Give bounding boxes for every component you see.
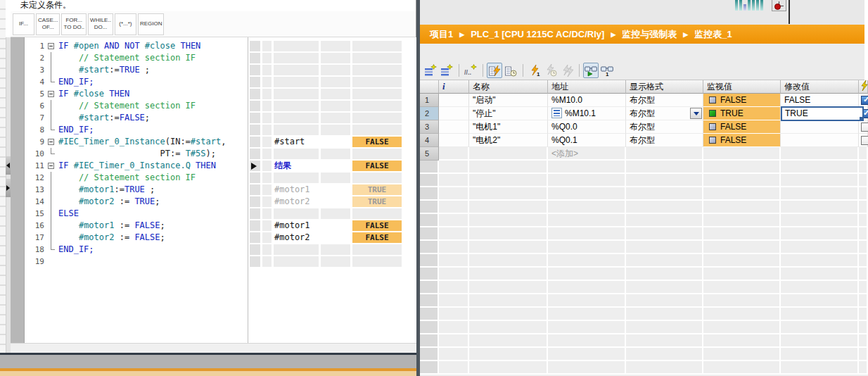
cell-display-format[interactable]: 布尔型 [626,134,703,147]
cell-info[interactable] [439,94,469,107]
cell-address[interactable]: %Q0.1 [548,134,626,147]
column-header-gutter[interactable] [420,80,439,94]
cell-display-format[interactable]: 布尔型 [626,120,703,134]
code-line-5[interactable]: 5IF #close THEN [25,88,262,100]
expanded-mode-icon[interactable] [583,63,599,78]
table-empty-row[interactable] [420,321,868,334]
code-line-18[interactable]: 18END_IF; [25,244,262,256]
cell-modify-value[interactable] [781,120,859,134]
show-trigger-column-icon[interactable]: 1 [599,63,615,78]
cell-monitor-value[interactable]: FALSE [703,120,781,134]
cell-monitor-value[interactable]: TRUE [703,107,781,120]
cell-name[interactable]: "停止" [469,107,548,120]
column-header-format[interactable]: 显示格式 [626,80,703,94]
breakpoint-gutter[interactable] [11,37,25,343]
modify-now-icon[interactable]: 1 [527,63,542,78]
table-empty-row[interactable] [420,281,868,294]
format-dropdown-button[interactable] [690,108,702,119]
cell-display-format[interactable] [626,147,703,161]
column-header-monitor[interactable]: 监视值 [703,80,781,94]
fold-collapse-icon[interactable] [46,88,56,100]
modify-all-icon[interactable] [559,63,575,78]
cell-address[interactable]: <添加> [548,147,626,161]
record-breakpoint-icon[interactable] [772,0,786,11]
code-line-14[interactable]: 14 #motor2 := TRUE; [25,196,262,208]
code-line-3[interactable]: 3 #start:=TRUE ; [25,64,262,76]
cell-modify-value[interactable] [781,134,859,147]
cell-info[interactable] [439,147,469,161]
breadcrumb-item[interactable]: 监控表_1 [694,28,732,41]
cell-display-format[interactable]: 布尔型 [626,94,703,107]
splitter-collapse-left[interactable] [6,156,11,175]
cell-name[interactable] [469,147,548,161]
code-line-19[interactable]: 19 [25,256,262,268]
modify-enable-checkbox[interactable] [861,123,868,132]
snippet-button-comment[interactable]: (*...*) [115,13,136,35]
cell-monitor-value[interactable] [703,147,781,161]
column-header-address[interactable]: 地址 [548,80,626,94]
table-empty-row[interactable] [420,187,868,201]
table-empty-row[interactable] [420,214,868,227]
table-empty-row[interactable] [420,334,868,348]
code-line-7[interactable]: 7 #start:=FALSE; [25,112,262,124]
breadcrumb-item[interactable]: 监控与强制表 [622,28,677,41]
table-empty-row[interactable] [420,254,868,268]
column-header-modify-trigger[interactable] [859,80,868,94]
table-empty-row[interactable] [420,161,868,174]
cell-address[interactable]: %M10.0 [548,94,626,107]
code-line-15[interactable]: 15ELSE [25,208,262,220]
table-row-4[interactable]: 4"电机2"%Q0.1布尔型FALSE [420,134,868,147]
snippet-button-while-do[interactable]: WHILE..DO... [88,13,113,35]
code-line-8[interactable]: 8END_IF; [25,124,262,136]
modify-enable-checkbox[interactable] [861,136,868,145]
column-header-modify[interactable]: 修改值 [781,80,859,94]
cell-name[interactable]: "启动" [469,94,548,107]
cell-modify-trigger[interactable] [859,147,868,161]
snippet-button-if[interactable]: IF... [13,13,34,35]
column-header-i[interactable]: i [439,80,469,94]
code-line-4[interactable]: 4END_IF; [25,76,262,88]
cell-name[interactable]: "电机1" [469,120,548,134]
cell-modify-value[interactable] [781,147,859,161]
code-line-6[interactable]: 6 // Statement section IF [25,100,262,112]
modify-enable-checkbox[interactable] [861,96,868,105]
code-line-10[interactable]: 10 PT:= T#5S); [25,148,262,160]
code-line-9[interactable]: 9#IEC_Timer_0_Instance(IN:=#start, [25,136,262,148]
insert-comment-icon[interactable]: //.. [463,63,478,78]
modify-with-trigger-icon[interactable] [543,63,559,78]
code-line-2[interactable]: 2 // Statement section IF [25,52,262,64]
code-line-1[interactable]: 1IF #open AND NOT #close THEN [25,40,262,52]
table-empty-row[interactable] [420,361,868,375]
table-empty-row[interactable] [420,174,868,187]
cell-info[interactable] [439,107,469,120]
snippet-button-for-to-do[interactable]: FOR...TO DO.. [61,13,87,35]
column-header-name[interactable]: 名称 [469,80,548,94]
input-resize-grip[interactable] [860,117,864,121]
table-row-1[interactable]: 1"启动"%M10.0布尔型FALSEFALSE [420,94,868,107]
table-row-3[interactable]: 3"电机1"%Q0.0布尔型FALSE [420,120,868,134]
code-line-16[interactable]: 16 #motor1 := FALSE; [25,220,262,232]
monitor-once-icon[interactable] [503,63,518,78]
cell-monitor-value[interactable]: FALSE [703,134,781,147]
code-editor[interactable]: 1IF #open AND NOT #close THEN2 // Statem… [25,37,262,343]
table-empty-row[interactable] [420,308,868,321]
cell-modify-value[interactable]: FALSE [781,94,859,107]
code-line-11[interactable]: 11IF #IEC_Timer_0_Instance.Q THEN [25,160,262,172]
table-empty-row[interactable] [420,268,868,281]
fold-collapse-icon[interactable] [46,40,56,52]
splitter-collapse-right[interactable] [6,179,11,197]
fold-collapse-icon[interactable] [46,160,56,172]
table-row-5[interactable]: 5<添加> [420,147,868,161]
cell-info[interactable] [439,120,469,134]
monitor-all-icon[interactable] [487,63,502,78]
add-row-icon[interactable] [439,63,454,78]
code-line-12[interactable]: 12 // Statement section IF [25,172,262,184]
table-empty-row[interactable] [420,201,868,214]
cell-info[interactable] [439,134,469,147]
cell-address[interactable]: %Q0.0 [548,120,626,134]
breadcrumb-item[interactable]: PLC_1 [CPU 1215C AC/DC/Rly] [471,29,604,39]
table-empty-row[interactable] [420,241,868,254]
cell-display-format[interactable]: 布尔型 [626,107,703,120]
address-selector-button[interactable] [551,108,562,118]
horizontal-scrollbar[interactable] [11,343,416,353]
